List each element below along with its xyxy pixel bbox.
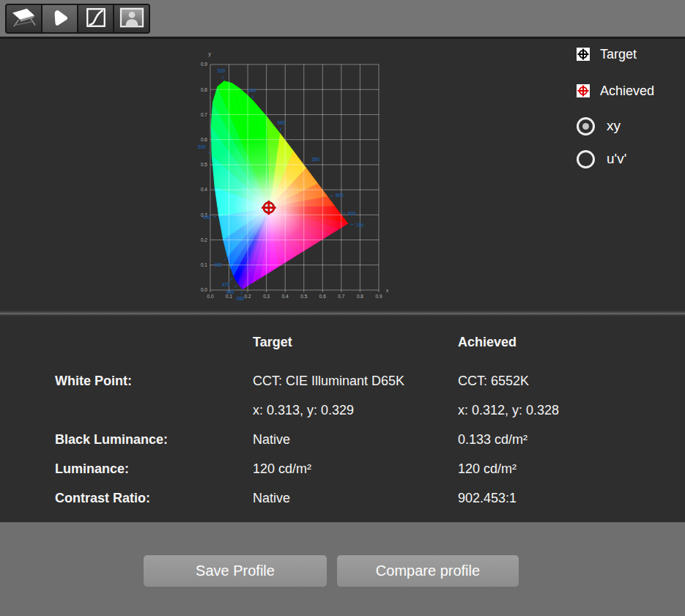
white-point-target-xy: x: 0.313, y: 0.329 [253, 396, 458, 425]
chart-legend: Target Achieved xy u'v' [577, 48, 679, 182]
chart-section: 0.00.10.20.30.40.50.60.70.80.90.00.10.20… [0, 39, 685, 311]
black-luminance-achieved: 0.133 cd/m² [458, 425, 685, 454]
svg-text:y: y [208, 51, 211, 57]
radio-uv[interactable]: u'v' [577, 149, 679, 168]
luminance-target: 120 cd/m² [253, 454, 458, 483]
svg-text:0.4: 0.4 [201, 187, 207, 192]
svg-text:0.3: 0.3 [263, 294, 270, 299]
footer-actions: Save Profile Compare profile [0, 522, 685, 616]
contrast-ratio-target: Native [253, 483, 458, 513]
white-point-achieved-xy: x: 0.312, y: 0.328 [458, 396, 685, 425]
radio-uv-button[interactable] [577, 150, 595, 168]
svg-text:540: 540 [248, 88, 256, 93]
svg-text:0.6: 0.6 [319, 294, 326, 299]
svg-text:560: 560 [277, 120, 285, 125]
column-header-achieved: Achieved [458, 333, 685, 366]
svg-text:600: 600 [336, 193, 344, 198]
white-point-target-values: CCT: CIE Illuminant D65K x: 0.313, y: 0.… [253, 366, 458, 425]
svg-text:580: 580 [311, 157, 319, 162]
svg-text:0.7: 0.7 [201, 112, 207, 117]
svg-text:520: 520 [218, 68, 226, 73]
row-label-contrast-ratio: Contrast Ratio: [55, 483, 253, 513]
results-corner-cell [55, 333, 253, 366]
radio-uv-label: u'v' [607, 151, 626, 167]
target-marker-icon [577, 48, 590, 61]
svg-text:490: 490 [203, 215, 211, 220]
svg-text:0.2: 0.2 [245, 294, 251, 299]
svg-text:0.2: 0.2 [201, 237, 207, 242]
compare-profile-button[interactable]: Compare profile [337, 555, 519, 587]
svg-text:0.4: 0.4 [282, 294, 289, 299]
svg-text:0.8: 0.8 [201, 87, 207, 92]
svg-text:480: 480 [214, 262, 222, 267]
svg-text:0.1: 0.1 [201, 262, 207, 267]
display-settings-button[interactable] [7, 5, 41, 32]
svg-text:700: 700 [356, 223, 364, 228]
section-divider [0, 311, 685, 316]
save-profile-button[interactable]: Save Profile [144, 555, 327, 587]
svg-text:0.0: 0.0 [207, 294, 213, 299]
tone-curve-button[interactable] [78, 5, 113, 32]
profile-info-button[interactable] [114, 5, 149, 32]
gamut-view-button[interactable] [42, 5, 77, 32]
svg-text:0.9: 0.9 [201, 62, 207, 67]
row-label-white-point: White Point: [55, 366, 253, 425]
gamut-icon [49, 7, 71, 31]
display-icon [10, 7, 38, 31]
achieved-marker-icon [577, 84, 590, 97]
legend-achieved: Achieved [577, 84, 679, 97]
results-section: Target Achieved White Point: CCT: CIE Il… [0, 316, 685, 522]
svg-text:460: 460 [226, 289, 234, 294]
toolbar-button-group [5, 4, 150, 34]
calibration-results-window: { "toolbar": { "buttons": [ {"id": "disp… [0, 0, 685, 616]
svg-text:x: x [386, 288, 389, 293]
results-table: Target Achieved White Point: CCT: CIE Il… [55, 333, 685, 513]
black-luminance-target: Native [253, 425, 458, 454]
contrast-ratio-achieved: 902.453:1 [458, 483, 685, 513]
radio-xy[interactable]: xy [577, 116, 679, 136]
svg-text:0.0: 0.0 [201, 287, 207, 292]
legend-target-label: Target [600, 47, 637, 62]
svg-text:0.8: 0.8 [357, 294, 363, 299]
white-point-target-cct: CCT: CIE Illuminant D65K [253, 366, 458, 396]
row-label-black-luminance: Black Luminance: [55, 425, 253, 454]
svg-text:0.5: 0.5 [300, 294, 307, 299]
radio-xy-button[interactable] [577, 117, 595, 136]
svg-text:0.7: 0.7 [338, 294, 344, 299]
svg-text:380: 380 [237, 296, 245, 301]
radio-xy-label: xy [607, 118, 621, 134]
svg-text:0.9: 0.9 [375, 294, 382, 299]
svg-text:470: 470 [222, 282, 230, 287]
curve-icon [85, 7, 107, 31]
luminance-achieved: 120 cd/m² [458, 454, 685, 483]
legend-achieved-label: Achieved [600, 84, 654, 99]
svg-text:0.1: 0.1 [226, 294, 232, 299]
toolbar [0, 0, 685, 39]
chromaticity-diagram: 0.00.10.20.30.40.50.60.70.80.90.00.10.20… [198, 45, 403, 303]
white-point-achieved-cct: CCT: 6552K [458, 366, 685, 396]
svg-text:620: 620 [348, 211, 356, 216]
profile-icon [119, 7, 145, 31]
row-label-luminance: Luminance: [55, 454, 253, 483]
svg-text:0.6: 0.6 [201, 137, 207, 142]
svg-text:0.5: 0.5 [201, 162, 207, 167]
svg-text:500: 500 [198, 144, 206, 149]
legend-target: Target [577, 48, 679, 61]
column-header-target: Target [253, 333, 458, 366]
white-point-achieved-values: CCT: 6552K x: 0.312, y: 0.328 [458, 366, 685, 425]
